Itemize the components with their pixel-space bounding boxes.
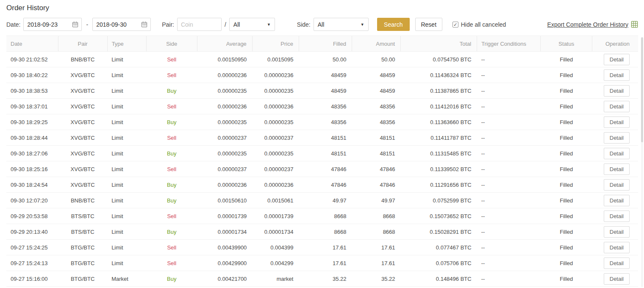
cell-pair: XVG/BTC [58,114,107,130]
cell-side: Sell [146,255,197,271]
cell-date: 09-27 15:16:00 [6,271,58,287]
detail-button[interactable]: Detail [604,132,630,144]
cell-date: 09-30 12:07:20 [6,193,58,208]
date-to-input[interactable] [92,18,151,31]
cell-status: Filled [541,240,592,255]
cell-side: Sell [146,67,197,83]
detail-button[interactable]: Detail [604,179,630,191]
cell-price: 0.00001739 [252,208,299,224]
cell-type: Limit [107,52,146,67]
cell-amount: 48459 [352,83,400,99]
cell-filled: 47846 [299,161,352,177]
detail-button[interactable]: Detail [604,85,630,97]
cell-trigger: -- [477,177,541,193]
side-select-value: All [318,21,325,28]
detail-button[interactable]: Detail [604,163,630,175]
pair-divider: / [225,21,226,28]
cell-filled: 48356 [299,99,352,114]
column-header-average: Average [197,36,252,52]
page-title: Order History [6,0,638,12]
cell-total: 0.11315485 BTC [401,146,477,161]
cell-total: 0.15028291 BTC [401,224,477,240]
detail-button[interactable]: Detail [604,101,630,112]
table-row: 09-30 18:29:25XVG/BTCLimitBuy0.000002350… [6,114,638,130]
cell-trigger: -- [477,161,541,177]
table-row: 09-30 18:40:22XVG/BTCLimitSell0.00000236… [6,67,638,83]
cell-status: Filled [541,52,592,67]
cell-operation: Detail [592,208,638,224]
detail-button[interactable]: Detail [604,242,630,253]
scrollbar-thumb[interactable] [641,37,643,142]
cell-total: 0.11291656 BTC [401,177,477,193]
cell-side: Sell [146,52,197,67]
scrollbar[interactable] [641,37,643,287]
detail-button[interactable]: Detail [604,195,630,206]
cell-type: Limit [107,177,146,193]
cell-type: Market [107,271,146,287]
cell-date: 09-30 18:28:44 [6,130,58,146]
cell-pair: XVG/BTC [58,67,107,83]
search-button[interactable]: Search [377,18,410,31]
export-link[interactable]: Export Complete Order History [547,21,638,28]
table-row: 09-29 20:53:58BTS/BTCLimitSell0.00001739… [6,208,638,224]
cell-average: 0.00150610 [197,193,252,208]
quote-select[interactable]: All ▼ [229,18,275,31]
cell-trigger: -- [477,240,541,255]
cell-filled: 48151 [299,146,352,161]
cell-pair: XVG/BTC [58,161,107,177]
cell-total: 0.11436324 BTC [401,67,477,83]
detail-button[interactable]: Detail [604,148,630,159]
cell-status: Filled [541,130,592,146]
column-header-status: Status [541,36,592,52]
column-header-date: Date [6,36,58,52]
detail-button[interactable]: Detail [604,54,630,65]
filter-bar: Date: - [6,18,638,31]
date-from-input[interactable] [23,18,82,31]
date-label: Date: [6,21,20,28]
detail-button[interactable]: Detail [604,226,630,238]
cell-type: Limit [107,83,146,99]
cell-trigger: -- [477,67,541,83]
detail-button[interactable]: Detail [604,273,630,285]
cell-status: Filled [541,83,592,99]
cell-average: 0.00150950 [197,52,252,67]
column-header-amount: Amount [352,36,400,52]
cell-filled: 49.97 [299,193,352,208]
cell-amount: 8668 [352,208,400,224]
cell-pair: XVG/BTC [58,177,107,193]
cell-trigger: -- [477,130,541,146]
detail-button[interactable]: Detail [604,210,630,222]
side-select[interactable]: All ▼ [314,18,369,31]
cell-price: 0.00001734 [252,224,299,240]
cell-total: 0.148496 BTC [401,271,477,287]
cell-average: 0.00000237 [197,161,252,177]
cell-operation: Detail [592,67,638,83]
cell-operation: Detail [592,271,638,287]
detail-button[interactable]: Detail [604,258,630,269]
cell-pair: XVG/BTC [58,130,107,146]
cell-type: Limit [107,146,146,161]
cell-trigger: -- [477,208,541,224]
cell-type: Limit [107,161,146,177]
detail-button[interactable]: Detail [604,116,630,128]
cell-type: Limit [107,255,146,271]
cell-type: Limit [107,99,146,114]
cell-type: Limit [107,114,146,130]
cell-filled: 17.61 [299,255,352,271]
cell-operation: Detail [592,161,638,177]
cell-side: Sell [146,208,197,224]
cell-operation: Detail [592,52,638,67]
cell-total: 0.11411787 BTC [401,130,477,146]
hide-canceled-checkbox[interactable]: ✓ Hide all canceled [452,21,506,28]
reset-button[interactable]: Reset [415,18,442,31]
cell-price: 0.00000236 [252,67,299,83]
cell-total: 0.11412016 BTC [401,99,477,114]
cell-date: 09-27 15:24:25 [6,240,58,255]
cell-status: Filled [541,271,592,287]
cell-price: 0.0015095 [252,52,299,67]
column-header-side: Side [146,36,197,52]
cell-status: Filled [541,114,592,130]
cell-side: Buy [146,271,197,287]
coin-input[interactable] [177,18,222,31]
detail-button[interactable]: Detail [604,69,630,81]
